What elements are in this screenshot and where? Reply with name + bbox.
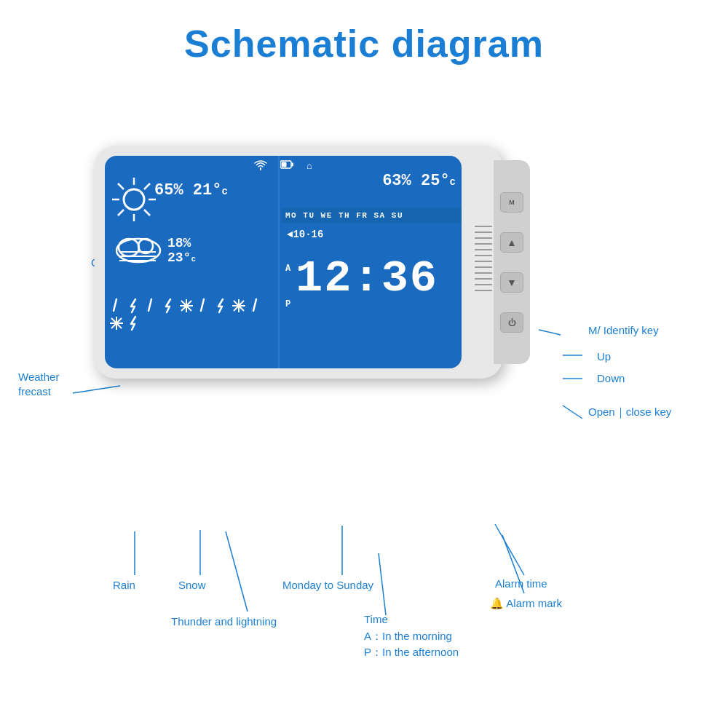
lightning-4 xyxy=(126,315,142,331)
side-panel: M ▲ ▼ ⏻ xyxy=(494,160,530,364)
open-close-label: Open｜close key xyxy=(588,405,671,419)
lcd-screen: ⌂ 65% 21°c xyxy=(105,156,462,368)
lightning-2 xyxy=(161,298,177,314)
rain-drop-4 xyxy=(248,298,264,314)
rain-drop-3 xyxy=(196,298,212,314)
pm-label: P xyxy=(285,299,290,309)
snow-label: Snow xyxy=(178,579,206,591)
rain-drop-1 xyxy=(108,298,124,314)
snowflake-3 xyxy=(108,315,124,331)
lightning-1 xyxy=(126,298,142,314)
svg-line-11 xyxy=(379,553,386,615)
svg-rect-20 xyxy=(282,162,287,167)
svg-line-27 xyxy=(144,210,150,215)
clock-display: 12:36 xyxy=(296,256,438,301)
svg-line-28 xyxy=(144,183,150,189)
svg-rect-19 xyxy=(292,163,294,167)
home-icon: ⌂ xyxy=(306,160,312,173)
monday-sunday-label: Monday to Sunday xyxy=(282,579,373,591)
snowflake-2 xyxy=(231,298,247,314)
wifi-icon xyxy=(254,160,267,173)
svg-point-31 xyxy=(119,239,139,256)
svg-line-26 xyxy=(118,183,124,189)
down-button[interactable]: ▼ xyxy=(500,272,523,293)
days-row: MO TU WE TH FR SA SU xyxy=(281,208,462,223)
svg-line-47 xyxy=(253,299,256,311)
am-label: A P xyxy=(285,264,290,309)
down-label: Down xyxy=(597,372,625,384)
cloud-section: 18% 23°c xyxy=(111,230,165,268)
left-panel: 65% 21°c 18% 23°c xyxy=(105,156,280,368)
time-label: Time A：In the morning P：In the afternoon xyxy=(364,612,459,661)
weather-icons-bottom xyxy=(108,298,272,331)
device-body: ⌂ 65% 21°c xyxy=(95,146,502,379)
snowflake-1 xyxy=(178,298,194,314)
rain-label: Rain xyxy=(113,579,135,591)
m-identify-button[interactable]: M xyxy=(500,192,523,213)
svg-line-37 xyxy=(149,299,151,311)
time-text: Time xyxy=(364,613,388,625)
alarm-time-label: Alarm time xyxy=(495,577,547,590)
cloud-icon xyxy=(111,230,165,265)
rain-drop-2 xyxy=(143,298,159,314)
indoor-reading: 63% 25°c xyxy=(382,172,456,190)
battery-icon xyxy=(280,160,293,173)
time-morning-text: A：In the morning xyxy=(364,630,452,642)
lightning-3 xyxy=(213,298,229,314)
thunder-label: Thunder and lightning xyxy=(171,615,277,628)
svg-line-17 xyxy=(563,405,582,419)
svg-line-13 xyxy=(502,535,524,593)
page-title: Schematic diagram xyxy=(0,0,728,66)
right-panel: 63% 25°c MO TU WE TH FR SA SU ◄10·16 A P xyxy=(281,156,462,368)
svg-line-9 xyxy=(226,531,248,612)
device: ⌂ 65% 21°c xyxy=(95,146,517,393)
svg-line-42 xyxy=(201,299,204,311)
m-key-label: M/ Identify key xyxy=(588,324,659,336)
svg-point-21 xyxy=(124,189,144,210)
svg-line-14 xyxy=(539,330,561,335)
alarm-time-display: ◄10·16 xyxy=(287,229,323,240)
up-button[interactable]: ▲ xyxy=(500,232,523,253)
outdoor-sub-reading: 18% 23°c xyxy=(167,236,196,265)
power-button[interactable]: ⏻ xyxy=(500,312,523,333)
svg-line-29 xyxy=(118,210,124,215)
svg-line-12 xyxy=(495,524,524,575)
speaker-grille xyxy=(470,182,496,335)
up-label: Up xyxy=(597,350,611,363)
alarm-mark-label: 🔔 Alarm mark xyxy=(490,597,562,610)
svg-line-36 xyxy=(114,299,116,311)
sun-icon xyxy=(111,176,158,223)
outdoor-main-reading: 65% 21°c xyxy=(154,181,228,200)
weather-forecast-label: Weatherfrecast xyxy=(18,370,59,398)
time-afternoon-text: P：In the afternoon xyxy=(364,646,459,658)
